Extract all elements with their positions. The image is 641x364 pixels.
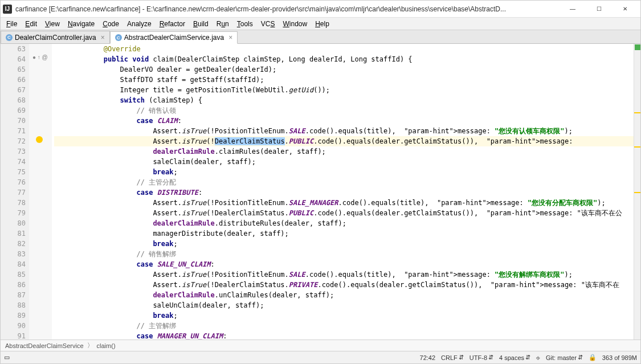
code-editor[interactable]: @Override public void claim(DealerClaimS… <box>52 44 634 340</box>
menu-run[interactable]: Run <box>213 19 232 29</box>
close-button[interactable]: ✕ <box>612 1 638 18</box>
menu-vcs[interactable]: VCS <box>258 19 279 29</box>
java-class-icon: C <box>6 34 13 41</box>
title-bar: IJ carfinance [E:\carfinance.new\carfina… <box>1 1 640 18</box>
menu-bar: File Edit View Navigate Code Analyze Ref… <box>1 18 640 30</box>
breadcrumb-class[interactable]: AbstractDealerClaimService <box>5 342 84 349</box>
breadcrumb-separator: 〉 <box>87 341 93 350</box>
minimize-button[interactable]: — <box>560 1 586 18</box>
indent-setting[interactable]: 4 spaces ⇵ <box>499 354 530 361</box>
breadcrumb: AbstractDealerClaimService 〉 claim() <box>1 340 640 351</box>
java-class-icon: C <box>115 34 122 41</box>
window-title: carfinance [E:\carfinance.new\carfinance… <box>15 5 560 13</box>
tab-dealer-claim-controller[interactable]: C DealerClaimController.java × <box>1 31 110 43</box>
inspection-indicator-icon[interactable] <box>635 44 640 50</box>
menu-window[interactable]: Window <box>279 19 311 29</box>
line-separator[interactable]: CRLF ⇵ <box>441 354 464 361</box>
caret-position[interactable]: 72:42 <box>420 354 436 361</box>
tab-label: AbstractDealerClaimService.java <box>124 34 224 42</box>
tab-label: DealerClaimController.java <box>15 34 96 42</box>
git-branch[interactable]: Git: master ⇵ <box>546 354 583 361</box>
maximize-button[interactable]: ☐ <box>586 1 612 18</box>
lock-icon[interactable]: 🔒 <box>589 354 597 361</box>
close-icon[interactable]: × <box>101 34 105 42</box>
menu-navigate[interactable]: Navigate <box>64 19 98 29</box>
line-number-gutter[interactable]: 63 64 65 66 67 68 69 70 71 72 73 74 75 7… <box>1 44 29 340</box>
close-icon[interactable]: × <box>228 34 232 42</box>
menu-edit[interactable]: Edit <box>22 19 40 29</box>
menu-build[interactable]: Build <box>190 19 212 29</box>
override-gutter-icon[interactable]: ● ↑ @ <box>32 54 48 60</box>
menu-analyze[interactable]: Analyze <box>124 19 155 29</box>
file-encoding[interactable]: UTF-8 ⇵ <box>469 354 493 361</box>
gutter-icon-strip: ● ↑ @ <box>29 44 52 340</box>
error-stripe[interactable] <box>634 44 640 340</box>
menu-code[interactable]: Code <box>99 19 123 29</box>
app-icon: IJ <box>3 5 12 14</box>
editor-tabs: C DealerClaimController.java × C Abstrac… <box>1 30 640 44</box>
status-bar: ▭ 72:42 CRLF ⇵ UTF-8 ⇵ 4 spaces ⇵ ⎆ Git:… <box>1 351 640 363</box>
editor-area: 63 64 65 66 67 68 69 70 71 72 73 74 75 7… <box>1 44 640 340</box>
intention-bulb-icon[interactable] <box>36 136 43 143</box>
memory-indicator[interactable]: 363 of 989M <box>602 354 637 361</box>
menu-file[interactable]: File <box>3 19 21 29</box>
breadcrumb-method[interactable]: claim() <box>97 342 116 349</box>
menu-refactor[interactable]: Refactor <box>156 19 189 29</box>
tab-abstract-dealer-claim-service[interactable]: C AbstractDealerClaimService.java × <box>110 31 238 44</box>
menu-view[interactable]: View <box>42 19 63 29</box>
readonly-toggle-icon[interactable]: ⎆ <box>536 354 540 361</box>
menu-tools[interactable]: Tools <box>234 19 256 29</box>
menu-help[interactable]: Help <box>312 19 333 29</box>
window-controls: — ☐ ✕ <box>560 1 638 18</box>
tool-window-toggle-icon[interactable]: ▭ <box>4 354 10 361</box>
